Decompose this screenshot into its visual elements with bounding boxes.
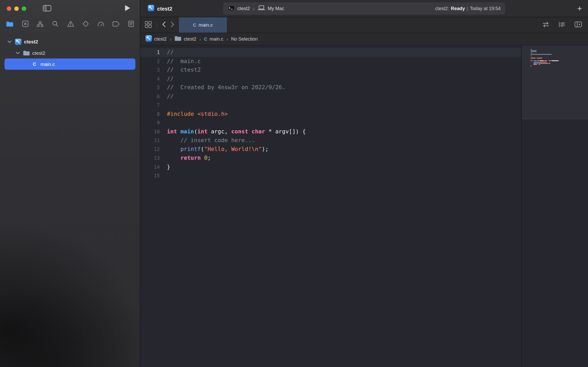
breadcrumb-file[interactable]: C main.c	[204, 36, 223, 42]
c-file-icon: C	[204, 36, 207, 42]
add-editor-button[interactable]	[575, 21, 582, 29]
navigator-tab-project[interactable]	[6, 21, 13, 28]
code-text: //	[165, 48, 174, 57]
related-items-button[interactable]	[145, 21, 152, 29]
tree-item-ctest2[interactable]: ctest2	[4, 47, 135, 59]
folder-icon	[174, 36, 182, 42]
add-tab-button[interactable]: +	[577, 0, 582, 17]
zoom-button[interactable]	[22, 6, 26, 11]
chevron-separator: ›	[253, 5, 255, 11]
close-button[interactable]	[7, 6, 11, 11]
line-number: 15	[140, 171, 165, 180]
code-text: //	[165, 74, 174, 83]
breakpoint-tag-icon	[113, 21, 120, 28]
code-review-button[interactable]	[542, 21, 550, 28]
chevron-separator: ›	[170, 36, 171, 42]
tree-item-ctest2[interactable]: ctest2	[4, 36, 135, 47]
code-line[interactable]: 9	[140, 118, 521, 127]
disclosure-chevron-icon[interactable]	[13, 51, 22, 54]
code-line[interactable]: 7	[140, 101, 521, 110]
diamond-icon	[82, 21, 89, 28]
tree-item-main.c[interactable]: Cmain.c	[4, 58, 135, 70]
code-text: #include <stdio.h>	[165, 110, 228, 118]
code-line[interactable]: 15	[140, 171, 521, 180]
minimap-line	[531, 66, 588, 68]
code-line[interactable]: 3// ctest2	[140, 66, 521, 74]
code-line[interactable]: 12 printf("Hello, World!\n");	[140, 145, 521, 154]
navigator-tab-symbols[interactable]	[37, 21, 43, 28]
chevron-separator: ›	[199, 36, 201, 42]
navigator-tab-find[interactable]	[52, 21, 58, 28]
destination-name[interactable]: My Mac	[268, 6, 284, 11]
line-number: 1	[140, 48, 165, 57]
editor: 1//2// main.c3// ctest24//5// Created by…	[140, 45, 588, 367]
breadcrumb-selection[interactable]: No Selection	[231, 36, 258, 42]
minimap-code	[531, 49, 588, 68]
navigator-tab-tests[interactable]	[82, 21, 89, 28]
breadcrumb-label: main.c	[209, 36, 223, 42]
navigator-tab-debug[interactable]	[97, 21, 104, 28]
navigator-tab-reports[interactable]	[128, 21, 134, 28]
gauge-icon	[97, 21, 104, 28]
folder-icon	[22, 50, 31, 56]
laptop-icon	[258, 5, 265, 12]
navigator-tab-breakpoints[interactable]	[113, 21, 120, 28]
line-number: 11	[140, 136, 165, 145]
code-line[interactable]: 13 return 0;	[140, 154, 521, 163]
swap-arrows-icon	[542, 21, 550, 28]
xcode-window: ctest2ctest2Cmain.c ctest2 ctest2 › My M…	[0, 0, 588, 367]
lines-icon	[559, 21, 566, 28]
navigator-sidebar: ctest2ctest2Cmain.c	[0, 0, 140, 367]
breadcrumb-project[interactable]: ctest2	[146, 35, 167, 43]
code-line[interactable]: 6//	[140, 92, 521, 101]
code-line[interactable]: 10int main(int argc, const char * argv[]…	[140, 127, 521, 136]
breadcrumb-group[interactable]: ctest2	[174, 36, 196, 42]
code-line[interactable]: 11 // insert code here...	[140, 136, 521, 145]
code-area[interactable]: 1//2// main.c3// ctest24//5// Created by…	[140, 45, 521, 367]
back-button[interactable]	[162, 21, 166, 29]
minimize-button[interactable]	[14, 6, 19, 11]
activity-view[interactable]: ctest2 › My Mac ctest2: Ready | Today at…	[223, 2, 505, 15]
code-line[interactable]: 1//	[140, 48, 521, 57]
code-line[interactable]: 2// main.c	[140, 57, 521, 66]
navigator-tab-source-control[interactable]	[22, 21, 28, 28]
editor-options	[542, 17, 588, 33]
code-line[interactable]: 4//	[140, 74, 521, 83]
adjust-editor-button[interactable]	[559, 21, 566, 28]
breadcrumb-label: No Selection	[231, 36, 258, 42]
line-number: 12	[140, 145, 165, 154]
code-line[interactable]: 5// Created by 4nsw3r on 2022/9/26.	[140, 83, 521, 92]
navigator-tab-bar	[0, 17, 140, 32]
tab-main-c[interactable]: C main.c	[179, 17, 227, 33]
code-text: // Created by 4nsw3r on 2022/9/26.	[165, 83, 285, 92]
code-text: printf("Hello, World!\n");	[165, 145, 268, 154]
document-icon	[128, 21, 134, 28]
toolbar-project: ctest2	[148, 5, 172, 12]
status-message: ctest2: Ready | Today at 19:54	[435, 6, 501, 11]
scheme-name[interactable]: ctest2	[237, 6, 250, 11]
code-line[interactable]: 14}	[140, 163, 521, 171]
folder-icon	[6, 21, 13, 28]
project-tree: ctest2ctest2Cmain.c	[0, 36, 140, 70]
navigator-tab-issues[interactable]	[67, 21, 74, 28]
status-separator: |	[467, 6, 468, 11]
code-text: // ctest2	[165, 66, 201, 74]
minimap[interactable]	[521, 45, 588, 367]
c-file-icon: C	[193, 22, 196, 27]
toolbar: ctest2 ctest2 › My Mac ctest2: Ready | T…	[140, 0, 588, 17]
code-text: int main(int argc, const char * argv[]) …	[165, 127, 306, 136]
split-editor-icon	[575, 21, 582, 29]
status-time: Today at 19:54	[470, 6, 501, 11]
code-text: // insert code here...	[165, 136, 255, 145]
run-button[interactable]	[124, 5, 130, 12]
hierarchy-icon	[37, 21, 43, 28]
toolbar-project-title: ctest2	[157, 5, 172, 11]
disclosure-chevron-icon[interactable]	[5, 40, 13, 43]
main-area: ctest2 ctest2 › My Mac ctest2: Ready | T…	[140, 0, 588, 367]
minimap-viewport[interactable]	[522, 45, 588, 119]
code-line[interactable]: 8#include <stdio.h>	[140, 110, 521, 118]
line-number: 5	[140, 83, 165, 92]
forward-button[interactable]	[171, 21, 175, 29]
sidebar-toggle-button[interactable]	[43, 5, 51, 12]
line-number: 8	[140, 110, 165, 118]
